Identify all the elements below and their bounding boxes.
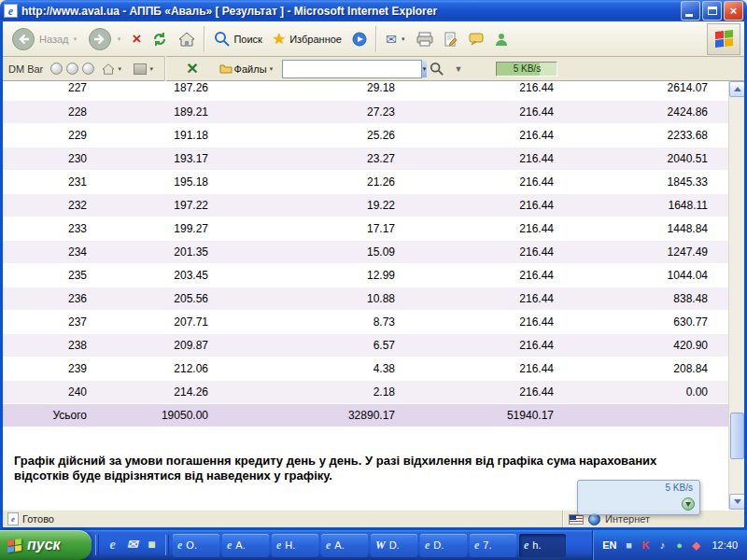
table-row: 236205.5610.88216.44838.48	[3, 287, 728, 310]
tray-clock[interactable]: 12:40	[712, 539, 738, 551]
refresh-button[interactable]	[147, 23, 173, 55]
messenger-button[interactable]	[489, 23, 514, 55]
edit-button[interactable]	[439, 23, 463, 55]
search-button[interactable]: Поиск	[209, 23, 266, 55]
taskbar-task-button[interactable]: WD.	[371, 534, 417, 557]
table-cell: 201.35	[96, 240, 218, 263]
table-cell: 27.23	[218, 100, 404, 123]
dmbar-round-button[interactable]	[82, 63, 94, 75]
minimize-icon	[685, 14, 693, 17]
status-e-glyph: e	[11, 514, 15, 524]
status-left-panel: e Готово	[7, 512, 562, 525]
download-arrow-icon[interactable]	[682, 497, 695, 511]
forward-button[interactable]: ▼	[83, 23, 126, 55]
antivirus-tray-icon[interactable]: K	[639, 539, 652, 552]
table-cell: 209.87	[96, 333, 218, 357]
quicklaunch-handle[interactable]	[95, 535, 99, 555]
forward-icon	[88, 27, 112, 51]
taskbar-task-button[interactable]: e7.	[470, 534, 516, 557]
taskbar-task-button[interactable]: eD.	[420, 534, 467, 557]
scroll-up-button[interactable]	[729, 81, 744, 97]
language-flag-icon[interactable]	[569, 514, 584, 525]
desktop-quicklaunch-icon[interactable]: ■	[144, 539, 160, 552]
taskbar-task-button[interactable]: eA.	[321, 534, 368, 557]
taskbar-task-button[interactable]: eA.	[222, 534, 269, 557]
taskbar-task-button[interactable]: eh.	[519, 534, 566, 557]
start-button[interactable]: пуск	[0, 530, 92, 560]
dmbar-round-button[interactable]	[66, 63, 78, 75]
table-cell: 230	[3, 147, 96, 170]
ie-task-icon: e	[474, 539, 479, 551]
dmbar-combobox-input[interactable]	[283, 61, 421, 77]
vertical-scrollbar[interactable]	[728, 81, 744, 510]
minimize-button[interactable]	[681, 1, 700, 21]
table-cell: Усього	[3, 403, 96, 427]
dmbar-cancel-button[interactable]: ✕	[173, 62, 211, 77]
back-button[interactable]: Назад ▼	[7, 23, 82, 55]
messenger-icon	[494, 32, 509, 47]
task-label: D.	[389, 539, 400, 551]
volume-tray-icon[interactable]: ♪	[655, 539, 669, 552]
titlebar: e http://www.aval.ua - АППБ «Аваль» [ Ре…	[0, 0, 747, 21]
print-icon	[416, 32, 433, 47]
scroll-down-arrow-icon	[734, 499, 741, 504]
mail-quicklaunch-icon[interactable]: ✉	[124, 539, 140, 552]
dmbar-download-button[interactable]: ▼	[451, 63, 467, 76]
language-indicator[interactable]: EN	[602, 539, 616, 551]
table-cell: 216.44	[404, 310, 563, 333]
window-body: Назад ▼ ▼ × Поиск	[0, 21, 747, 530]
home-button[interactable]	[174, 23, 200, 55]
table-cell: 214.26	[96, 380, 218, 403]
table-cell: 23.27	[218, 147, 404, 170]
ie-task-icon: e	[276, 539, 281, 551]
close-button[interactable]: ×	[724, 1, 743, 21]
back-label: Назад	[39, 34, 69, 45]
taskbar-task-button[interactable]: eO.	[173, 534, 219, 557]
table-cell: 17.17	[218, 217, 404, 240]
table-row: 232197.2219.22216.441648.11	[3, 193, 728, 217]
edit-icon	[444, 32, 458, 47]
mail-button[interactable]: ✉ ▼	[381, 23, 411, 55]
ie-e-glyph: e	[8, 6, 13, 17]
maximize-icon	[708, 7, 717, 15]
mail-caret-icon: ▼	[401, 36, 406, 42]
dm-bar-toolbar: DM Bar ▼ ▼ ✕ Файлы ▼	[3, 57, 744, 81]
discuss-button[interactable]	[464, 23, 488, 55]
stop-icon: ×	[132, 31, 141, 47]
taskbar-tasks: eO.eA.eH.eA.WD.eD.e7.eh.	[173, 534, 592, 557]
dmbar-round-button[interactable]	[50, 63, 63, 75]
favorites-button[interactable]: ★ Избранное	[268, 23, 346, 55]
table-cell: 2424.86	[563, 100, 728, 123]
media-icon	[352, 32, 367, 47]
table-cell: 51940.17	[404, 403, 563, 427]
table-cell: 234	[3, 240, 96, 263]
dmbar-download-icon: ▼	[455, 64, 463, 74]
taskbar-task-button[interactable]: eH.	[272, 534, 318, 557]
dmbar-search-button[interactable]	[426, 60, 447, 77]
tasks-handle[interactable]	[165, 535, 169, 555]
scrollbar-thumb[interactable]	[730, 413, 744, 459]
table-row: 239212.064.38216.44208.84	[3, 357, 728, 380]
stop-button[interactable]: ×	[127, 23, 146, 55]
home-icon	[178, 32, 195, 47]
folder-icon	[219, 63, 233, 74]
scroll-down-button[interactable]	[729, 494, 744, 510]
dmbar-options-button[interactable]: ▼	[130, 62, 158, 77]
dmbar-separator	[164, 56, 166, 82]
discuss-icon	[469, 33, 484, 46]
update-tray-icon[interactable]: ◆	[689, 539, 702, 552]
media-button[interactable]	[347, 23, 372, 55]
quick-launch: e✉■	[103, 539, 162, 552]
maximize-button[interactable]	[702, 1, 722, 21]
ie-quicklaunch-icon[interactable]: e	[105, 539, 120, 552]
dmbar-options-icon	[134, 63, 147, 75]
print-button[interactable]	[412, 23, 438, 55]
shield-tray-icon[interactable]: ●	[672, 539, 685, 552]
display-tray-icon[interactable]: ■	[622, 539, 635, 552]
mail-icon: ✉	[386, 33, 397, 46]
table-cell: 6.57	[218, 333, 404, 357]
table-cell: 1044.04	[563, 263, 728, 287]
dmbar-files-button[interactable]: Файлы ▼	[216, 62, 278, 77]
dmbar-home-button[interactable]: ▼	[98, 62, 126, 77]
table-cell: 1448.84	[563, 217, 728, 240]
